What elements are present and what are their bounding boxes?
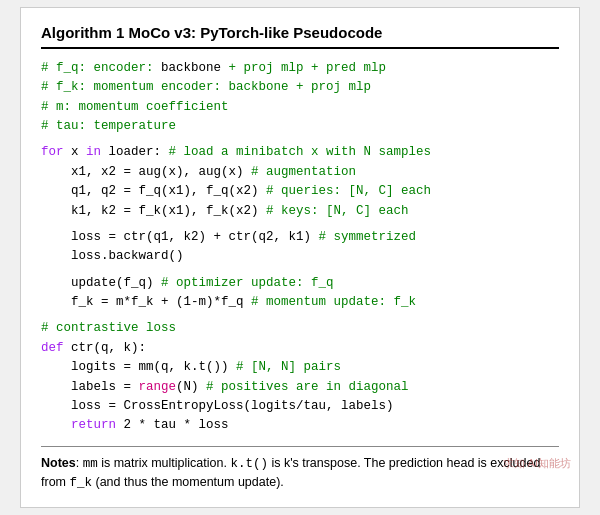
- notes-section: Notes: mm is matrix multiplication. k.t(…: [41, 446, 559, 494]
- code-line-16: labels = range(N) # positives are in dia…: [41, 378, 559, 397]
- code-line-3: # m: momentum coefficient: [41, 98, 559, 117]
- spacer-3: [41, 267, 559, 274]
- code-line-5: for x in loader: # load a minibatch x wi…: [41, 143, 559, 162]
- code-line-15: logits = mm(q, k.t()) # [N, N] pairs: [41, 358, 559, 377]
- spacer-1: [41, 136, 559, 143]
- code-line-1: # f_q: encoder: backbone + proj mlp + pr…: [41, 59, 559, 78]
- code-line-4: # tau: temperature: [41, 117, 559, 136]
- algorithm-card: Algorithm 1 MoCo v3: PyTorch-like Pseudo…: [20, 7, 580, 508]
- code-line-17: loss = CrossEntropyLoss(logits/tau, labe…: [41, 397, 559, 416]
- code-line-9: loss = ctr(q1, k2) + ctr(q2, k1) # symme…: [41, 228, 559, 247]
- code-line-8: k1, k2 = f_k(x1), f_k(x2) # keys: [N, C]…: [41, 202, 559, 221]
- code-line-7: q1, q2 = f_q(x1), f_q(x2) # queries: [N,…: [41, 182, 559, 201]
- code-line-13: # contrastive loss: [41, 319, 559, 338]
- code-block: # f_q: encoder: backbone + proj mlp + pr…: [41, 59, 559, 436]
- code-line-12: f_k = m*f_k + (1-m)*f_q # momentum updat…: [41, 293, 559, 312]
- code-line-11: update(f_q) # optimizer update: f_q: [41, 274, 559, 293]
- spacer-2: [41, 221, 559, 228]
- spacer-4: [41, 312, 559, 319]
- notes-label: Notes: [41, 456, 76, 470]
- code-line-2: # f_k: momentum encoder: backbone + proj…: [41, 78, 559, 97]
- code-line-14: def ctr(q, k):: [41, 339, 559, 358]
- algo-bold-label: Algorithm 1 MoCo v3: PyTorch-like Pseudo…: [41, 24, 382, 41]
- code-line-10: loss.backward(): [41, 247, 559, 266]
- code-line-18: return 2 * tau * loss: [41, 416, 559, 435]
- algorithm-title: Algorithm 1 MoCo v3: PyTorch-like Pseudo…: [41, 24, 559, 49]
- code-line-6: x1, x2 = aug(x), aug(x) # augmentation: [41, 163, 559, 182]
